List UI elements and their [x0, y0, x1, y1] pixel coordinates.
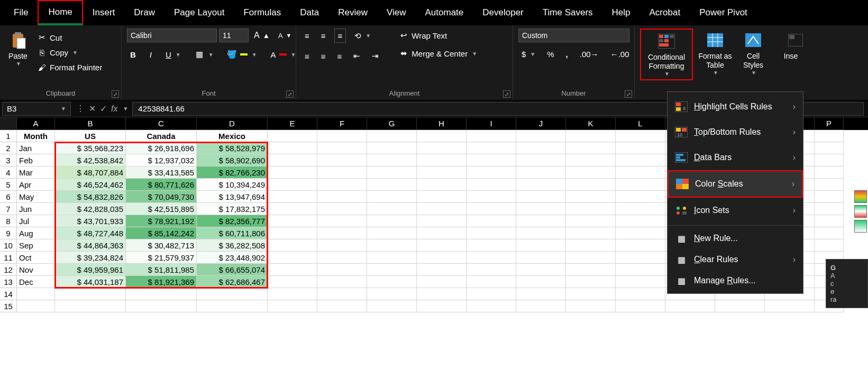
cell[interactable] [367, 215, 417, 227]
cell[interactable]: $ 62,686,467 [197, 276, 268, 288]
cell[interactable] [815, 154, 844, 166]
cell[interactable] [516, 264, 566, 276]
cell[interactable] [616, 239, 665, 252]
cell[interactable] [566, 252, 616, 264]
number-format-select[interactable] [518, 29, 629, 42]
cell[interactable] [566, 264, 616, 276]
tab-formulas[interactable]: Formulas [234, 0, 290, 25]
cell-styles-button[interactable]: Cell Styles▼ [737, 29, 769, 78]
cell[interactable] [616, 130, 665, 142]
tab-file[interactable]: File [4, 0, 38, 25]
cell[interactable] [268, 191, 317, 203]
cell[interactable] [417, 288, 467, 300]
cell[interactable] [616, 276, 665, 288]
cell[interactable] [126, 288, 197, 300]
cell[interactable] [268, 288, 317, 300]
cell[interactable] [616, 227, 665, 239]
paste-button[interactable]: Paste ▼ [5, 29, 31, 69]
cell[interactable] [516, 276, 566, 288]
cell[interactable]: $ 36,282,508 [197, 239, 268, 252]
bold-button[interactable]: B [127, 48, 139, 61]
cell[interactable] [616, 300, 665, 312]
cell[interactable]: $ 13,947,694 [197, 191, 268, 203]
menu-top-bottom-rules[interactable]: 10 Top/Bottom Rules › [668, 119, 803, 145]
row-header[interactable]: 13 [0, 276, 17, 288]
cell[interactable] [566, 215, 616, 227]
cell[interactable]: $ 54,832,826 [55, 191, 126, 203]
cell[interactable]: Canada [126, 130, 197, 142]
menu-data-bars[interactable]: Data Bars › [668, 145, 803, 170]
cell[interactable]: $ 48,727,448 [55, 227, 126, 239]
cell[interactable] [197, 300, 268, 312]
cell[interactable] [616, 142, 665, 154]
color-scale-option[interactable] [854, 205, 867, 218]
dialog-launcher-icon[interactable]: ⤢ [503, 90, 510, 98]
cell[interactable]: Mexico [197, 130, 268, 142]
cell[interactable] [616, 264, 665, 276]
cell[interactable] [317, 264, 367, 276]
align-middle-button[interactable]: ≡ [318, 29, 329, 42]
tab-view[interactable]: View [377, 0, 416, 25]
dialog-launcher-icon[interactable]: ⤢ [625, 90, 632, 98]
col-header-H[interactable]: H [417, 117, 467, 130]
cell[interactable]: $ 81,921,369 [126, 276, 197, 288]
cell[interactable] [367, 288, 417, 300]
row-header[interactable]: 7 [0, 203, 17, 215]
cell[interactable] [467, 142, 516, 154]
cell[interactable] [516, 166, 566, 179]
font-size-select[interactable] [219, 29, 249, 42]
cell[interactable]: $ 48,707,884 [55, 166, 126, 179]
row-header[interactable]: 2 [0, 142, 17, 154]
cell[interactable] [715, 300, 765, 312]
cell[interactable] [665, 300, 715, 312]
cell[interactable]: $ 42,515,895 [126, 203, 197, 215]
enter-icon[interactable]: ✓ [100, 104, 107, 114]
cell[interactable] [417, 142, 467, 154]
col-header-K[interactable]: K [566, 117, 616, 130]
cell[interactable] [616, 203, 665, 215]
cell[interactable] [417, 252, 467, 264]
color-scale-option[interactable] [854, 190, 867, 203]
cell[interactable] [55, 300, 126, 312]
row-header[interactable]: 4 [0, 166, 17, 179]
col-header-D[interactable]: D [197, 117, 268, 130]
color-scales-submenu[interactable] [854, 190, 867, 233]
cell[interactable] [126, 300, 197, 312]
cell[interactable]: Jan [17, 142, 55, 154]
cell[interactable] [268, 154, 317, 166]
cell[interactable] [467, 215, 516, 227]
increase-font-button[interactable]: A▲ [251, 29, 273, 42]
cell[interactable] [616, 191, 665, 203]
cell[interactable]: $ 12,937,032 [126, 154, 197, 166]
select-all-corner[interactable] [0, 117, 17, 130]
tab-draw[interactable]: Draw [124, 0, 165, 25]
row-header[interactable]: 12 [0, 264, 17, 276]
italic-button[interactable]: I [147, 48, 155, 61]
cell[interactable] [467, 166, 516, 179]
row-header[interactable]: 10 [0, 239, 17, 252]
tab-developer[interactable]: Developer [473, 0, 533, 25]
tab-insert[interactable]: Insert [83, 0, 125, 25]
align-right-button[interactable]: ≡ [334, 50, 345, 63]
cell[interactable] [268, 264, 317, 276]
cell[interactable]: $ 26,918,696 [126, 142, 197, 154]
cell[interactable]: $ 66,655,074 [197, 264, 268, 276]
cell[interactable] [417, 239, 467, 252]
cell[interactable] [516, 288, 566, 300]
cell[interactable] [616, 179, 665, 191]
conditional-formatting-button[interactable]: Conditional Formatting▼ [640, 29, 693, 80]
cell[interactable] [367, 179, 417, 191]
cell[interactable] [566, 154, 616, 166]
cell[interactable] [815, 130, 844, 142]
cell[interactable] [317, 252, 367, 264]
cell[interactable] [516, 142, 566, 154]
cell[interactable]: Oct [17, 252, 55, 264]
cell[interactable]: $ 60,711,806 [197, 227, 268, 239]
cell[interactable] [367, 276, 417, 288]
cell[interactable] [367, 166, 417, 179]
cell[interactable] [417, 130, 467, 142]
cell[interactable] [815, 191, 844, 203]
cell[interactable] [616, 252, 665, 264]
cell[interactable] [268, 142, 317, 154]
cell[interactable] [417, 300, 467, 312]
